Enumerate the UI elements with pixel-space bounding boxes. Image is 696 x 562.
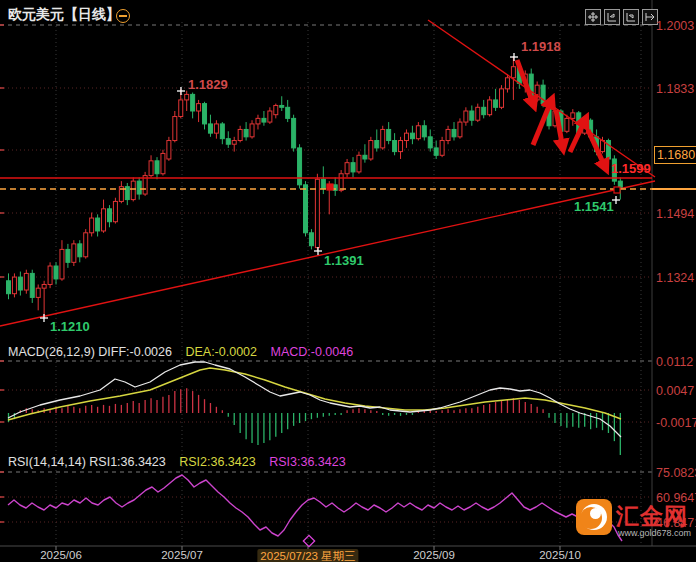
watermark-logo: 汇金网 www.gold678.com xyxy=(576,499,696,541)
current-price-box: 1.1680 xyxy=(654,146,696,164)
date-axis-label: 2025/06 xyxy=(40,549,82,561)
price-annotation-label: 1.1918 xyxy=(521,39,561,54)
date-axis-label: 2025/07 xyxy=(161,549,203,561)
price-annotation-label: 1.1210 xyxy=(50,319,90,334)
rsi-header: RSI(14,14,14) RSI1:36.3423 RSI2:36.3423 … xyxy=(8,455,356,469)
price-axis-label: 1.1324 xyxy=(656,271,694,285)
rsi2-value: RSI2:36.3423 xyxy=(179,455,255,469)
rsi-axis-label: 75.0823 xyxy=(656,466,696,480)
move-icon[interactable] xyxy=(585,9,601,25)
macd-value: MACD:-0.0046 xyxy=(271,345,354,359)
macd-axis-label: 0.0112 xyxy=(656,355,693,369)
macd-axis-label: -0.0017 xyxy=(656,416,696,430)
date-axis-label: 2025/10 xyxy=(539,549,581,561)
price-annotation-label: 1.1599 xyxy=(611,161,651,176)
price-axis-label: 1.2003 xyxy=(656,19,694,33)
price-annotation-label: 1.1541 xyxy=(574,199,614,214)
macd-dea-value: DEA:-0.0002 xyxy=(185,345,257,359)
rsi3-value: RSI3:36.3423 xyxy=(269,455,345,469)
macd-axis-label: 0.0047 xyxy=(656,384,694,398)
watermark-url: www.gold678.com xyxy=(618,528,691,538)
date-axis-label-highlighted: 2025/07/23 星期三 xyxy=(257,549,358,562)
date-axis-label: 2025/09 xyxy=(413,549,455,561)
gold678-logo-icon xyxy=(576,499,612,535)
trading-chart-app: 欧元美元【日线】 1.2003 1.1833 1.1680 1.1494 1.1… xyxy=(0,0,696,562)
macd-header: MACD(26,12,9) DIFF:-0.0026 DEA:-0.0002 M… xyxy=(8,345,363,359)
price-axis-label: 1.1494 xyxy=(656,207,694,221)
macd-params-diff: MACD(26,12,9) DIFF:-0.0026 xyxy=(8,345,172,359)
zoom-out-icon[interactable] xyxy=(116,9,130,23)
rsi-params-rsi1: RSI(14,14,14) RSI1:36.3423 xyxy=(8,455,166,469)
chart-title: 欧元美元【日线】 xyxy=(8,6,120,24)
scale-right-axis-icon[interactable] xyxy=(623,9,639,25)
price-axis-label: 1.1833 xyxy=(656,82,694,96)
price-annotation-label: 1.1391 xyxy=(324,253,364,268)
price-annotation-label: 1.1829 xyxy=(188,77,228,92)
scale-left-axis-icon[interactable] xyxy=(604,9,620,25)
chart-canvas[interactable] xyxy=(0,0,696,562)
